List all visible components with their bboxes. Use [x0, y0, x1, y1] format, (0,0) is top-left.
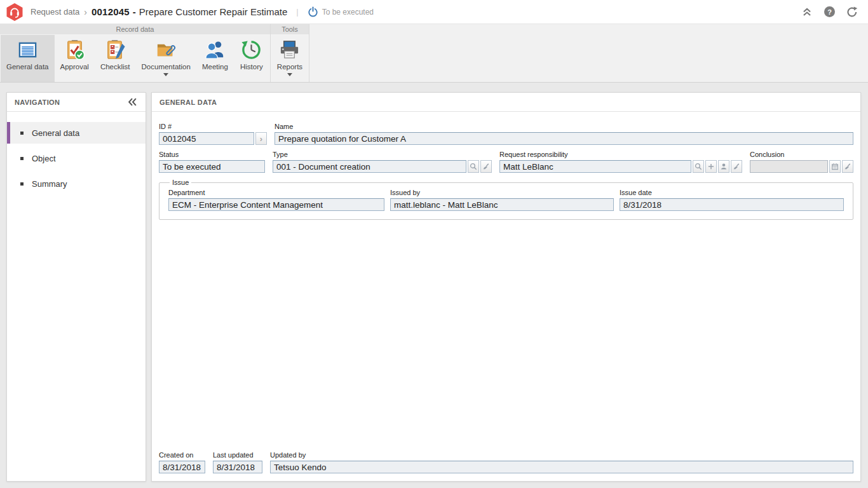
navigation-title: NAVIGATION: [15, 98, 60, 106]
audit-row: Created on Last updated Updated by: [159, 451, 853, 473]
nav-item-label: Summary: [32, 179, 67, 189]
dropdown-arrow-icon: [287, 73, 292, 79]
dropdown-arrow-icon: [163, 73, 168, 79]
ribbon-button-label: General data: [6, 63, 49, 71]
created-on-input[interactable]: [159, 461, 205, 473]
responsibility-clear-button[interactable]: [731, 160, 742, 173]
name-label: Name: [275, 123, 853, 130]
folder-paperclip-icon: [155, 39, 177, 61]
power-status-icon: [308, 6, 318, 17]
issue-group: Issue Department Issued by Issue date: [159, 179, 853, 220]
clean-brush-icon: [733, 163, 740, 170]
collapse-header-icon[interactable]: [801, 6, 813, 18]
nav-item-summary[interactable]: Summary: [7, 173, 146, 194]
app-logo-icon: [5, 3, 24, 22]
general-data-panel: GENERAL DATA ID # › Name Status: [151, 92, 861, 482]
nav-item-label: Object: [32, 154, 56, 163]
created-on-label: Created on: [159, 451, 205, 459]
issued-by-input[interactable]: [390, 198, 614, 211]
type-label: Type: [273, 151, 492, 158]
id-input[interactable]: [159, 132, 254, 145]
header-bar: Request data › 0012045 - Prepare Custome…: [0, 0, 868, 24]
department-label: Department: [168, 189, 384, 196]
type-clear-button[interactable]: [480, 160, 492, 173]
type-search-button[interactable]: [468, 160, 479, 173]
history-clock-icon: [240, 39, 262, 61]
status-input[interactable]: [159, 160, 265, 173]
header-divider: |: [296, 7, 298, 17]
ribbon-button-label: Documentation: [142, 63, 191, 71]
ribbon-button-label: Approval: [60, 63, 89, 71]
navigation-panel: NAVIGATION General data Object Summary: [6, 92, 146, 482]
ribbon-group-label: Tools: [271, 24, 309, 34]
updated-by-input[interactable]: [270, 461, 853, 473]
printer-icon: [278, 39, 301, 61]
documentation-button[interactable]: Documentation: [136, 35, 196, 82]
ribbon-button-label: History: [240, 63, 263, 71]
responsibility-label: Request responsibility: [499, 151, 742, 158]
refresh-icon[interactable]: [846, 6, 858, 18]
issue-group-label: Issue: [170, 179, 191, 186]
department-input[interactable]: [168, 198, 384, 211]
approval-button[interactable]: Approval: [55, 35, 95, 82]
breadcrumb[interactable]: Request data: [31, 7, 79, 17]
ribbon-button-label: Checklist: [100, 63, 130, 71]
breadcrumb-chevron-icon: ›: [84, 7, 87, 17]
collapse-sidebar-icon[interactable]: [127, 97, 138, 107]
people-icon: [204, 39, 226, 61]
search-icon: [470, 163, 477, 170]
ribbon-button-label: Reports: [277, 63, 302, 71]
checklist-pencil-icon: [104, 39, 126, 61]
ribbon-group-tools: Tools Reports: [271, 24, 309, 82]
issue-date-label: Issue date: [620, 189, 844, 196]
ribbon-button-label: Meeting: [202, 63, 228, 71]
issue-date-input[interactable]: [620, 198, 844, 211]
header-actions: ?: [801, 6, 858, 18]
record-id-separator: -: [133, 6, 136, 17]
status-label: Status: [159, 151, 265, 158]
conclusion-calendar-button[interactable]: [829, 160, 841, 173]
ribbon-group-label: Record data: [0, 24, 270, 34]
id-label: ID #: [159, 123, 267, 130]
responsibility-add-button[interactable]: [705, 160, 717, 173]
record-id: 0012045: [92, 6, 130, 17]
nav-item-label: General data: [32, 128, 79, 138]
bullet-icon: [20, 182, 24, 186]
nav-item-general-data[interactable]: General data: [7, 122, 146, 144]
reports-button[interactable]: Reports: [271, 35, 308, 82]
status-badge: To be executed: [322, 8, 374, 17]
history-button[interactable]: History: [234, 35, 269, 82]
general-data-form: ID # › Name Status Ty: [152, 112, 860, 481]
conclusion-label: Conclusion: [750, 151, 853, 158]
updated-by-label: Updated by: [270, 451, 853, 459]
id-expand-button[interactable]: ›: [255, 132, 267, 145]
user-icon: [720, 163, 728, 170]
conclusion-clear-button[interactable]: [842, 160, 853, 173]
bullet-icon: [20, 157, 24, 160]
general-data-button[interactable]: General data: [1, 35, 55, 82]
type-input[interactable]: [273, 160, 466, 173]
name-input[interactable]: [275, 132, 853, 145]
search-icon: [695, 163, 702, 170]
meeting-button[interactable]: Meeting: [196, 35, 234, 82]
ribbon-empty-area: [309, 24, 868, 82]
plus-icon: [707, 163, 715, 170]
issued-by-label: Issued by: [390, 189, 614, 196]
record-title: Prepare Customer Repair Estimate: [139, 6, 287, 17]
clean-brush-icon: [844, 163, 851, 170]
help-icon[interactable]: ?: [824, 6, 835, 17]
responsibility-user-button[interactable]: [718, 160, 729, 173]
last-updated-label: Last updated: [213, 451, 262, 459]
nav-item-object[interactable]: Object: [7, 147, 146, 169]
approval-clipboard-icon: [64, 39, 86, 61]
responsibility-input[interactable]: [499, 160, 691, 173]
responsibility-search-button[interactable]: [693, 160, 704, 173]
clean-brush-icon: [482, 163, 490, 170]
ribbon-toolbar: Record data General data: [0, 24, 868, 83]
ribbon-group-record-data: Record data General data: [0, 24, 271, 82]
bullet-icon: [20, 132, 24, 135]
calendar-icon: [831, 163, 839, 170]
checklist-button[interactable]: Checklist: [95, 35, 136, 82]
last-updated-input[interactable]: [213, 461, 262, 473]
conclusion-input[interactable]: [750, 160, 828, 173]
